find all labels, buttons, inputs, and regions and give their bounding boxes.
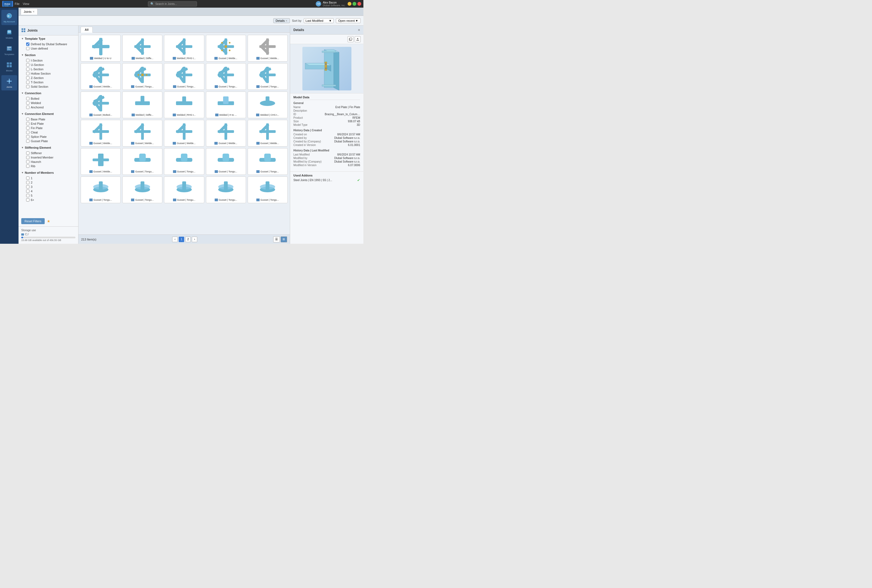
maximize-button[interactable] xyxy=(353,2,356,6)
filter-item-splice-plate[interactable]: Splice Plate xyxy=(24,135,78,139)
filter-checkbox-z-section[interactable] xyxy=(26,76,29,80)
grid-item-16[interactable]: Gusset | Welde... xyxy=(122,120,162,147)
filter-item-6plus[interactable]: 6+ xyxy=(24,198,78,202)
menu-file[interactable]: File xyxy=(15,2,20,6)
page-prev-button[interactable]: ‹ xyxy=(172,237,178,242)
grid-item-23[interactable]: Gusset | Tongu... xyxy=(206,148,246,175)
details-download-button[interactable] xyxy=(355,36,361,42)
filter-checkbox-4[interactable] xyxy=(26,189,29,193)
filter-section-header-stiffening-element[interactable]: ▼ Stiffening Element xyxy=(18,145,78,150)
grid-item-26[interactable]: Gusset | Tongu... xyxy=(122,177,162,203)
filter-item-stiffener[interactable]: Stiffener xyxy=(24,151,78,155)
filter-item-defined-by-dlubal[interactable]: Defined by Dlubal Software xyxy=(24,42,78,46)
filter-section-header-section[interactable]: ▼ Section xyxy=(18,52,78,58)
page-2-button[interactable]: 2 xyxy=(185,237,191,242)
filter-checkbox-fin-plate[interactable] xyxy=(26,126,29,130)
filter-checkbox-base-plate[interactable] xyxy=(26,118,29,121)
grid-item-3[interactable]: Gusset | Welde... xyxy=(206,35,246,62)
reset-filters-button[interactable]: Reset Filters xyxy=(21,218,45,224)
filter-section-header-connection[interactable]: ▼ Connection xyxy=(18,90,78,96)
filter-item-base-plate[interactable]: Base Plate xyxy=(24,117,78,122)
grid-item-29[interactable]: Gusset | Tongu... xyxy=(248,177,288,203)
filter-checkbox-rib[interactable] xyxy=(26,165,29,168)
filter-checkbox-3[interactable] xyxy=(26,185,29,189)
list-view-button[interactable]: ☰ xyxy=(273,236,280,242)
filter-item-welded[interactable]: Welded xyxy=(24,101,78,105)
filter-item-i-section[interactable]: I-Section xyxy=(24,58,78,63)
grid-item-24[interactable]: Gusset | Tongu... xyxy=(248,148,288,175)
filter-checkbox-stiffener[interactable] xyxy=(26,152,29,155)
filter-checkbox-user-defined[interactable] xyxy=(26,47,29,50)
filter-item-user-defined[interactable]: User-defined xyxy=(24,46,78,51)
filter-checkbox-i-section[interactable] xyxy=(26,59,29,62)
filter-item-hollow-section[interactable]: Hollow Section xyxy=(24,71,78,76)
grid-item-10[interactable]: Gusset | Bolted... xyxy=(81,92,121,118)
filter-checkbox-cleat[interactable] xyxy=(26,131,29,134)
filter-item-rib[interactable]: Rib xyxy=(24,164,78,168)
search-bar[interactable]: 🔍 Search in Joints... xyxy=(148,2,197,6)
filter-checkbox-6plus[interactable] xyxy=(26,198,29,201)
filter-item-t-section[interactable]: T-Section xyxy=(24,80,78,84)
filter-checkbox-solid-section[interactable] xyxy=(26,85,29,88)
grid-item-9[interactable]: Gusset | Tongu... xyxy=(248,63,288,90)
page-next-button[interactable]: › xyxy=(192,237,197,242)
grid-item-4[interactable]: Gusset | Welde... xyxy=(248,35,288,62)
filter-item-gusset-plate[interactable]: Gusset Plate xyxy=(24,139,78,143)
open-recent-button[interactable]: Open recent ▼ xyxy=(336,18,361,23)
filter-item-cleat[interactable]: Cleat xyxy=(24,130,78,135)
filter-item-bolted[interactable]: Bolted xyxy=(24,96,78,101)
grid-item-12[interactable]: Welded | RHS t... xyxy=(164,92,204,118)
filter-checkbox-gusset-plate[interactable] xyxy=(26,140,29,143)
minimize-button[interactable] xyxy=(348,2,351,6)
filter-item-haunch[interactable]: Haunch xyxy=(24,160,78,164)
filter-checkbox-welded[interactable] xyxy=(26,101,29,105)
grid-item-15[interactable]: Gusset | Welde... xyxy=(81,120,121,147)
filter-checkbox-anchored[interactable] xyxy=(26,106,29,109)
grid-item-7[interactable]: Gusset | Tongu... xyxy=(164,63,204,90)
filter-item-fin-plate[interactable]: Fin Plate xyxy=(24,126,78,130)
grid-item-19[interactable]: Gusset | Welde... xyxy=(248,120,288,147)
filter-checkbox-1[interactable] xyxy=(26,177,29,180)
nav-item-templates[interactable]: Templates xyxy=(2,42,17,58)
filter-item-solid-section[interactable]: Solid Section xyxy=(24,84,78,89)
filter-checkbox-end-plate[interactable] xyxy=(26,122,29,125)
grid-item-22[interactable]: Gusset | Tongu... xyxy=(164,148,204,175)
filter-checkbox-l-section[interactable] xyxy=(26,68,29,71)
filter-item-z-section[interactable]: Z-Section xyxy=(24,76,78,80)
filter-item-1[interactable]: 1 xyxy=(24,176,78,180)
filter-section-header-template-type[interactable]: ▼ Template Type xyxy=(18,36,78,41)
details-button[interactable]: Details × xyxy=(273,18,290,23)
grid-item-0[interactable]: Welded | U to U xyxy=(81,35,121,62)
filter-item-inserted-member[interactable]: Inserted Member xyxy=(24,155,78,160)
filter-item-5[interactable]: 5 xyxy=(24,194,78,198)
filter-checkbox-defined-by-dlubal[interactable] xyxy=(26,42,29,46)
menu-view[interactable]: View xyxy=(23,2,29,6)
grid-item-6[interactable]: Gusset | Tongu... xyxy=(122,63,162,90)
filter-section-header-connection-element[interactable]: ▼ Connection Element xyxy=(18,111,78,117)
tab-close-icon[interactable]: × xyxy=(33,10,35,14)
favorite-button[interactable]: ★ xyxy=(47,219,50,224)
grid-item-21[interactable]: Gusset | Tongu... xyxy=(122,148,162,175)
grid-view-button[interactable]: ⊞ xyxy=(281,236,287,242)
grid-item-25[interactable]: Gusset | Tongu... xyxy=(81,177,121,203)
filter-item-u-section[interactable]: U-Section xyxy=(24,63,78,67)
filter-item-l-section[interactable]: L-Section xyxy=(24,67,78,71)
grid-item-14[interactable]: Welded | CHS t... xyxy=(248,92,288,118)
filter-checkbox-splice-plate[interactable] xyxy=(26,135,29,138)
grid-item-1[interactable]: Welded | Stiffe... xyxy=(122,35,162,62)
filter-checkbox-inserted-member[interactable] xyxy=(26,156,29,159)
filter-item-end-plate[interactable]: End Plate xyxy=(24,122,78,126)
tab-joints[interactable]: Joints × xyxy=(21,9,38,15)
grid-item-18[interactable]: Gusset | Welde... xyxy=(206,120,246,147)
details-copy-button[interactable] xyxy=(348,36,354,42)
close-button[interactable] xyxy=(357,2,361,6)
filter-item-2[interactable]: 2 xyxy=(24,180,78,184)
grid-item-2[interactable]: Welded | RHS t... xyxy=(164,35,204,62)
grid-item-5[interactable]: Gusset | Welde... xyxy=(81,63,121,90)
filter-checkbox-t-section[interactable] xyxy=(26,81,29,84)
grid-item-13[interactable]: Welded | H to ... xyxy=(206,92,246,118)
nav-item-models[interactable]: Models xyxy=(2,26,17,41)
filter-checkbox-5[interactable] xyxy=(26,194,29,197)
grid-item-27[interactable]: Gusset | Tongu... xyxy=(164,177,204,203)
page-1-button[interactable]: 1 xyxy=(179,237,184,242)
